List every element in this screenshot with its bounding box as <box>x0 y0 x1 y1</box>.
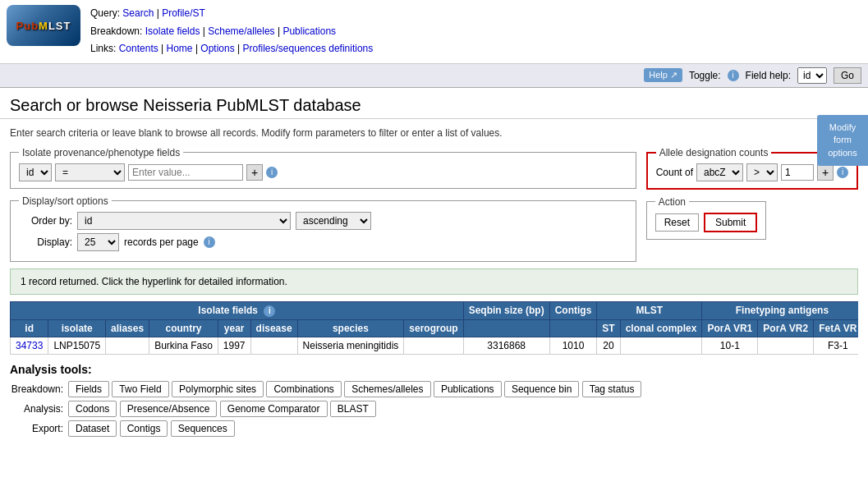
isolate-add-button[interactable]: + <box>246 164 263 181</box>
col-year: year <box>218 319 250 337</box>
helpbar: Help ↗ Toggle: i Field help: id Go <box>0 64 868 88</box>
left-column: Isolate provenance/phenotype fields id =… <box>10 147 636 262</box>
export-btn[interactable]: Dataset <box>68 420 117 437</box>
breakdown-label: Breakdown: <box>10 383 63 395</box>
col-por-vr2: PorA VR2 <box>758 319 814 337</box>
mlst-header: MLST <box>597 301 702 319</box>
help-button[interactable]: Help ↗ <box>644 68 682 82</box>
go-button[interactable]: Go <box>834 67 861 84</box>
isolate-value-input[interactable] <box>128 164 243 181</box>
search-link[interactable]: Search <box>122 7 154 19</box>
col-serogroup: serogroup <box>404 319 463 337</box>
col-species: species <box>297 319 404 337</box>
isolate-fields-header: Isolate fields i <box>11 301 464 319</box>
breakdown-btn[interactable]: Schemes/alleles <box>344 381 430 397</box>
breakdown-label: Breakdown: <box>90 25 142 37</box>
breakdown-btn[interactable]: Tag status <box>582 381 642 397</box>
isolate-operator-select[interactable]: = contains starts with ends with > < <box>55 163 125 181</box>
contents-link[interactable]: Contents <box>119 43 158 54</box>
analysis-buttons: Codons Presence/Absence Genome Comparato… <box>68 401 376 417</box>
nav-links: Query: Search | Profile/ST Breakdown: Is… <box>90 5 373 58</box>
breakdown-btn[interactable]: Combinations <box>266 381 341 397</box>
isolate-fields-link[interactable]: Isolate fields <box>145 25 200 37</box>
export-label: Export: <box>10 423 63 434</box>
export-row: Export: Dataset Contigs Sequences <box>10 420 858 437</box>
isolate-fields-legend: Isolate provenance/phenotype fields <box>19 147 183 158</box>
main-content: Enter search criteria or leave blank to … <box>0 119 868 448</box>
table-info-icon[interactable]: i <box>264 305 275 317</box>
records-per-page-label: records per page <box>124 236 199 248</box>
allele-locus-select[interactable]: abcZ <box>696 163 743 181</box>
scheme-alleles-link[interactable]: Scheme/alleles <box>208 25 274 37</box>
analysis-tools: Analysis tools: Breakdown: Fields Two Fi… <box>10 363 858 437</box>
breakdown-btn[interactable]: Sequence bin <box>504 381 579 397</box>
reset-button[interactable]: Reset <box>655 213 699 232</box>
submit-button[interactable]: Submit <box>704 213 757 232</box>
analysis-btn[interactable]: Presence/Absence <box>120 401 218 417</box>
display-label: Display: <box>19 236 72 248</box>
links-label: Links: <box>90 43 116 54</box>
logo: PubMLST <box>7 5 80 46</box>
allele-info-icon[interactable]: i <box>837 167 848 178</box>
count-of-label: Count of <box>656 167 693 178</box>
allele-operator-select[interactable]: > = < <box>746 163 778 181</box>
breakdown-btn[interactable]: Polymorphic sites <box>172 381 264 397</box>
contigs-header: Contigs <box>549 301 597 319</box>
allele-count-input[interactable] <box>781 164 814 181</box>
analysis-btn[interactable]: BLAST <box>330 401 376 417</box>
query-label: Query: <box>90 7 120 19</box>
export-buttons: Dataset Contigs Sequences <box>68 420 235 437</box>
options-link[interactable]: Options <box>200 43 234 54</box>
order-by-label: Order by: <box>19 215 72 227</box>
isolate-field-select[interactable]: id <box>19 163 52 181</box>
breakdown-btn[interactable]: Fields <box>68 381 109 397</box>
isolate-field-row: id = contains starts with ends with > < … <box>19 163 627 181</box>
analysis-label: Analysis: <box>10 403 63 415</box>
breakdown-buttons: Fields Two Field Polymorphic sites Combi… <box>68 381 641 397</box>
col-st: ST <box>597 319 620 337</box>
field-help-select[interactable]: id <box>797 67 827 84</box>
logo-text: PubMLST <box>16 20 71 32</box>
analysis-btn[interactable]: Genome Comparator <box>220 401 328 417</box>
page-title: Search or browse Neisseria PubMLST datab… <box>10 96 858 115</box>
logo-image: PubMLST <box>7 5 80 46</box>
export-btn[interactable]: Sequences <box>171 420 235 437</box>
col-contigs <box>549 319 597 337</box>
export-btn[interactable]: Contigs <box>120 420 168 437</box>
results-table: Isolate fields i Seqbin size (bp) Contig… <box>10 301 858 355</box>
modify-form-button[interactable]: Modify form options <box>817 115 868 166</box>
display-sort-fieldset: Display/sort options Order by: id ascend… <box>10 195 636 262</box>
display-info-icon[interactable]: i <box>204 236 215 248</box>
table-row: 34733LNP15075Burkina Faso1997Neisseria m… <box>11 337 859 354</box>
info-text: Enter search criteria or leave blank to … <box>10 127 858 139</box>
records-per-page-select[interactable]: 25 50 100 <box>77 233 119 251</box>
results-section: Isolate fields i Seqbin size (bp) Contig… <box>10 301 858 355</box>
result-message: 1 record returned. Click the hyperlink f… <box>10 268 858 295</box>
field-help-label: Field help: <box>746 70 791 81</box>
profiles-link[interactable]: Profiles/sequences definitions <box>243 43 374 54</box>
sort-direction-select[interactable]: ascending descending <box>296 212 371 230</box>
order-by-select[interactable]: id <box>77 212 291 230</box>
col-aliases: aliases <box>106 319 149 337</box>
home-link[interactable]: Home <box>167 43 193 54</box>
col-disease: disease <box>250 319 297 337</box>
breakdown-row: Breakdown: Fields Two Field Polymorphic … <box>10 381 858 397</box>
col-clonal-complex: clonal complex <box>620 319 702 337</box>
breakdown-btn[interactable]: Publications <box>434 381 502 397</box>
record-link[interactable]: 34733 <box>16 340 43 351</box>
modify-form-panel: Modify form options <box>817 115 868 166</box>
action-legend: Action <box>655 196 689 208</box>
allele-add-button[interactable]: + <box>817 164 834 181</box>
analysis-tools-title: Analysis tools: <box>10 363 858 376</box>
analysis-row: Analysis: Codons Presence/Absence Genome… <box>10 401 858 417</box>
publications-link[interactable]: Publications <box>282 25 336 37</box>
profilest-link[interactable]: Profile/ST <box>162 7 205 19</box>
isolate-info-icon[interactable]: i <box>266 167 278 178</box>
breakdown-btn[interactable]: Two Field <box>112 381 168 397</box>
col-isolate: isolate <box>48 319 106 337</box>
page-title-bar: Search or browse Neisseria PubMLST datab… <box>0 88 868 119</box>
form-section: Isolate provenance/phenotype fields id =… <box>10 147 858 262</box>
finetyping-header: Finetyping antigens <box>702 301 858 319</box>
toggle-info-icon[interactable]: i <box>728 70 739 81</box>
analysis-btn[interactable]: Codons <box>68 401 117 417</box>
